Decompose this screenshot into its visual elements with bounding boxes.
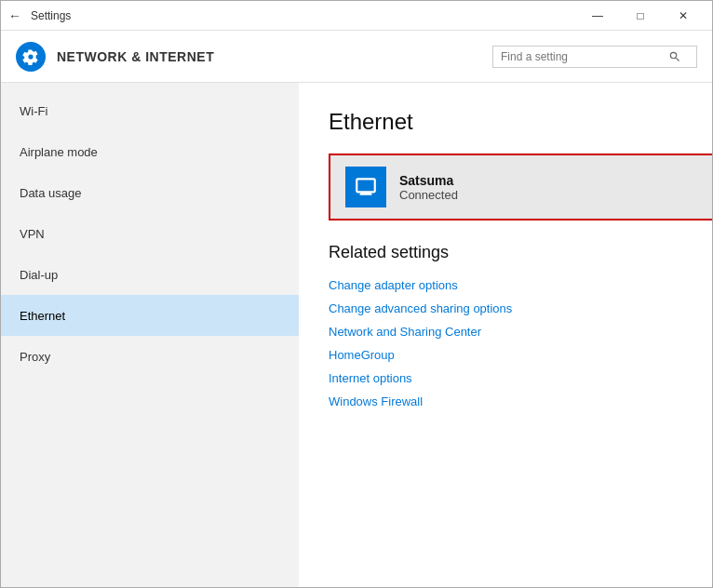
search-box[interactable] [492, 46, 697, 68]
minimize-button[interactable]: — [576, 1, 619, 31]
window-title: Settings [31, 9, 576, 22]
network-icon [345, 167, 386, 207]
gear-icon [22, 48, 39, 65]
titlebar: ← Settings — □ ✕ [1, 1, 712, 31]
sidebar-item-data-usage[interactable]: Data usage [1, 172, 299, 213]
related-settings-title: Related settings [329, 243, 682, 262]
related-link[interactable]: HomeGroup [329, 343, 682, 367]
window-controls: — □ ✕ [576, 1, 705, 31]
app-title: NETWORK & INTERNET [57, 49, 492, 64]
main-content: Ethernet Satsuma Connected Related setti… [299, 83, 712, 587]
monitor-icon [354, 175, 378, 199]
related-link[interactable]: Internet options [329, 367, 682, 390]
sidebar-item-ethernet[interactable]: Ethernet [1, 295, 299, 336]
content-area: Wi-FiAirplane modeData usageVPNDial-upEt… [1, 83, 712, 587]
sidebar-item-wifi[interactable]: Wi-Fi [1, 90, 299, 131]
search-icon [668, 50, 681, 63]
search-input[interactable] [501, 50, 668, 63]
sidebar: Wi-FiAirplane modeData usageVPNDial-upEt… [1, 83, 299, 587]
related-link[interactable]: Change adapter options [329, 274, 682, 297]
related-link[interactable]: Network and Sharing Center [329, 320, 682, 343]
page-title: Ethernet [329, 109, 682, 135]
app-header: NETWORK & INTERNET [1, 31, 712, 83]
sidebar-item-vpn[interactable]: VPN [1, 213, 299, 254]
related-link[interactable]: Change advanced sharing options [329, 297, 682, 320]
related-link[interactable]: Windows Firewall [329, 390, 682, 413]
app-icon [16, 42, 46, 72]
sidebar-item-airplane-mode[interactable]: Airplane mode [1, 131, 299, 172]
network-info: Satsuma Connected [399, 173, 458, 202]
close-button[interactable]: ✕ [662, 1, 705, 31]
network-name: Satsuma [399, 173, 458, 188]
sidebar-item-dial-up[interactable]: Dial-up [1, 254, 299, 295]
sidebar-item-proxy[interactable]: Proxy [1, 336, 299, 377]
maximize-button[interactable]: □ [619, 1, 662, 31]
network-card[interactable]: Satsuma Connected [329, 154, 712, 220]
settings-window: ← Settings — □ ✕ NETWORK & INTERNET Wi-F… [0, 0, 713, 588]
back-button[interactable]: ← [8, 8, 21, 23]
related-links: Change adapter optionsChange advanced sh… [329, 274, 682, 413]
network-status: Connected [399, 188, 458, 202]
